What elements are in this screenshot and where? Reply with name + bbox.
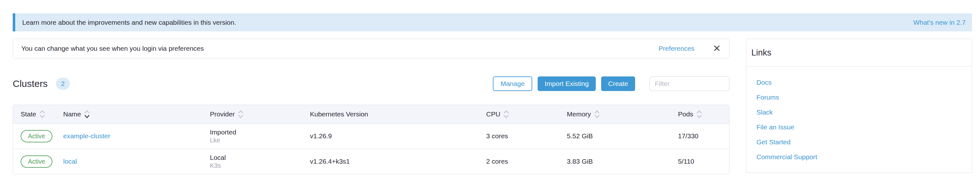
file-an-issue-link[interactable]: File an Issue bbox=[756, 123, 794, 131]
sort-icon bbox=[84, 109, 90, 119]
provider-name: Imported bbox=[210, 128, 302, 136]
sort-icon bbox=[594, 109, 600, 119]
login-preferences-notice: You can change what you see when you log… bbox=[13, 39, 729, 58]
whats-new-link[interactable]: What's new in 2.7 bbox=[913, 19, 966, 26]
links-panel: Links Docs Forums Slack File an Issue Ge… bbox=[746, 39, 972, 173]
sort-icon bbox=[39, 109, 45, 119]
get-started-link[interactable]: Get Started bbox=[756, 138, 791, 146]
header-actions: Manage Import Existing Create bbox=[493, 76, 729, 91]
sort-icon bbox=[237, 109, 244, 119]
column-header-name[interactable]: Name bbox=[56, 105, 202, 123]
kubernetes-version-cell: v1.26.4+k3s1 bbox=[302, 149, 479, 174]
list-item: Slack bbox=[756, 105, 972, 120]
list-item: File an Issue bbox=[756, 120, 972, 134]
table-row: Active example-cluster Imported Lke v1.2… bbox=[13, 123, 729, 149]
list-item: Commercial Support bbox=[756, 149, 972, 164]
memory-cell: 5.52 GiB bbox=[559, 123, 670, 149]
close-icon[interactable]: ✕ bbox=[713, 44, 721, 53]
manage-button[interactable]: Manage bbox=[493, 76, 532, 91]
provider-distro: K3s bbox=[210, 162, 302, 169]
forums-link[interactable]: Forums bbox=[756, 93, 779, 101]
sort-icon bbox=[503, 109, 509, 119]
commercial-support-link[interactable]: Commercial Support bbox=[756, 153, 817, 161]
kubernetes-version-cell: v1.26.9 bbox=[302, 123, 479, 149]
list-item: Get Started bbox=[756, 134, 972, 149]
list-item: Forums bbox=[756, 90, 972, 105]
notice-text: You can change what you see when you log… bbox=[21, 45, 204, 52]
column-header-pods[interactable]: Pods bbox=[670, 105, 729, 123]
rancher-home-page: Learn more about the improvements and ne… bbox=[0, 13, 980, 196]
clusters-table: State Name Provider bbox=[13, 105, 729, 174]
filter-input[interactable] bbox=[649, 76, 729, 91]
column-header-memory[interactable]: Memory bbox=[559, 105, 670, 123]
cpu-cell: 3 cores bbox=[479, 123, 559, 149]
page-title: Clusters bbox=[13, 78, 48, 89]
status-badge: Active bbox=[21, 130, 52, 142]
version-banner: Learn more about the improvements and ne… bbox=[13, 13, 972, 32]
sort-icon bbox=[696, 109, 702, 119]
column-header-provider[interactable]: Provider bbox=[202, 105, 302, 123]
content-row: You can change what you see when you log… bbox=[13, 39, 972, 174]
pods-cell: 17/330 bbox=[670, 123, 729, 149]
provider-name: Local bbox=[210, 154, 302, 161]
clusters-header: Clusters 2 Manage Import Existing Create bbox=[13, 76, 729, 91]
main-column: You can change what you see when you log… bbox=[13, 39, 729, 174]
preferences-link[interactable]: Preferences bbox=[659, 45, 695, 52]
pods-cell: 5/110 bbox=[670, 149, 729, 174]
cluster-name-link[interactable]: local bbox=[63, 158, 77, 165]
column-header-cpu[interactable]: CPU bbox=[479, 105, 559, 123]
column-header-kubernetes-version: Kubernetes Version bbox=[302, 105, 479, 123]
docs-link[interactable]: Docs bbox=[756, 79, 772, 86]
links-list: Docs Forums Slack File an Issue Get Star… bbox=[746, 66, 972, 172]
status-badge: Active bbox=[21, 155, 52, 168]
column-header-state[interactable]: State bbox=[13, 105, 56, 123]
cpu-cell: 2 cores bbox=[479, 149, 559, 174]
cluster-count-badge: 2 bbox=[56, 78, 70, 90]
table-row: Active local Local K3s v1.26.4+k3s1 2 co… bbox=[13, 149, 729, 174]
table-header-row: State Name Provider bbox=[13, 105, 729, 123]
cluster-name-link[interactable]: example-cluster bbox=[63, 132, 110, 139]
create-button[interactable]: Create bbox=[601, 76, 635, 91]
import-existing-button[interactable]: Import Existing bbox=[538, 76, 596, 91]
slack-link[interactable]: Slack bbox=[756, 109, 773, 116]
version-banner-text: Learn more about the improvements and ne… bbox=[22, 19, 236, 26]
provider-distro: Lke bbox=[210, 137, 302, 144]
memory-cell: 3.83 GiB bbox=[559, 149, 670, 174]
list-item: Docs bbox=[756, 75, 972, 90]
links-panel-title: Links bbox=[746, 39, 972, 66]
